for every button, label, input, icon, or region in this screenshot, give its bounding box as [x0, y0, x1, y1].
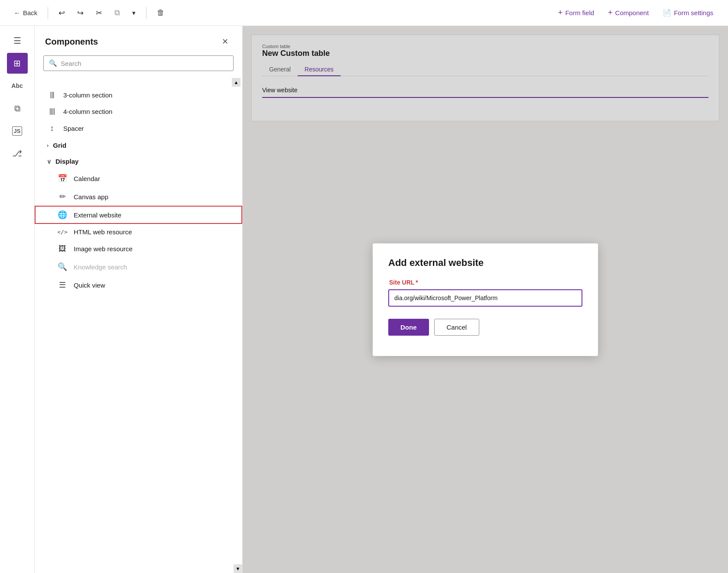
- nav-connect-icon[interactable]: ⎇: [7, 143, 28, 164]
- search-icon: 🔍: [49, 59, 57, 67]
- panel-title: Components: [45, 37, 98, 47]
- list-item-knowledge-search: 🔍 Knowledge search: [35, 258, 242, 276]
- delete-icon: 🗑: [157, 8, 165, 17]
- chevron-down-icon: ▾: [132, 9, 136, 17]
- layers-nav-icon: ⧉: [14, 104, 20, 113]
- undo-icon: ↩: [58, 8, 65, 18]
- js-nav-icon: JS: [12, 126, 23, 136]
- external-website-icon: 🌐: [57, 210, 68, 220]
- grid-section-label: Grid: [53, 142, 66, 149]
- canvas-app-label: Canvas app: [74, 193, 108, 201]
- search-input[interactable]: [61, 60, 228, 67]
- calendar-icon: 📅: [57, 174, 68, 183]
- cut-icon: ✂: [96, 8, 102, 18]
- scroll-up-arrow[interactable]: ▲: [232, 78, 240, 87]
- text-nav-icon: Abc: [11, 82, 23, 89]
- list-item-image-web-resource[interactable]: 🖼 Image web resource: [35, 240, 242, 258]
- add-component-button[interactable]: + Component: [602, 6, 655, 20]
- dialog-overlay: Add external website Site URL* Done Canc…: [243, 26, 728, 573]
- separator-2: [146, 7, 146, 19]
- spacer-icon: ↕: [47, 124, 57, 133]
- close-icon: ✕: [222, 37, 228, 46]
- connect-nav-icon: ⎇: [12, 148, 22, 159]
- quick-view-icon: ☰: [57, 280, 68, 290]
- panel-header: Components ✕: [35, 26, 242, 55]
- spacer-label: Spacer: [63, 125, 84, 132]
- cut-button[interactable]: ✂: [91, 6, 107, 20]
- nav-js-icon[interactable]: JS: [7, 120, 28, 141]
- plus-icon-1: +: [558, 8, 563, 17]
- nav-text-icon[interactable]: Abc: [7, 75, 28, 96]
- display-section-header[interactable]: ∨ Display: [35, 153, 242, 169]
- component-list: ▲ ||| 3-column section |||| 4-column sec…: [35, 78, 242, 573]
- scroll-down-arrow[interactable]: ▼: [234, 564, 242, 573]
- quick-view-label: Quick view: [74, 282, 105, 289]
- list-item-html-web-resource[interactable]: </> HTML web resource: [35, 224, 242, 240]
- knowledge-search-label: Knowledge search: [74, 263, 127, 271]
- list-item-4col[interactable]: |||| 4-column section: [35, 103, 242, 120]
- display-chevron-icon: ∨: [47, 158, 51, 165]
- dialog-title: Add external website: [388, 257, 582, 269]
- 4col-icon: ||||: [47, 107, 57, 115]
- image-web-resource-label: Image web resource: [74, 245, 133, 253]
- back-button[interactable]: ← Back: [9, 6, 42, 19]
- add-form-field-button[interactable]: + Form field: [552, 6, 600, 20]
- search-box[interactable]: 🔍: [43, 55, 234, 71]
- redo-icon: ↪: [77, 8, 84, 18]
- grid-nav-icon: ⊞: [13, 58, 21, 68]
- nav-layers-icon[interactable]: ⧉: [7, 98, 28, 119]
- grid-chevron-icon: ›: [47, 142, 49, 149]
- form-settings-icon: 📄: [663, 9, 671, 17]
- display-section-label: Display: [55, 158, 78, 165]
- canvas-app-icon: ✏: [57, 192, 68, 201]
- form-settings-button[interactable]: 📄 Form settings: [656, 6, 719, 19]
- back-label: Back: [23, 9, 37, 16]
- calendar-label: Calendar: [74, 175, 100, 182]
- knowledge-search-icon: 🔍: [57, 262, 68, 272]
- done-button[interactable]: Done: [388, 319, 429, 336]
- 3col-icon: |||: [47, 91, 57, 99]
- cancel-button[interactable]: Cancel: [434, 319, 480, 336]
- delete-button[interactable]: 🗑: [152, 6, 170, 20]
- site-url-input[interactable]: [388, 289, 582, 307]
- canvas-area: Custom table New Custom table General Re…: [243, 26, 728, 573]
- html-web-resource-icon: </>: [57, 229, 68, 235]
- toolbar: ← Back ↩ ↪ ✂ ⧉ ▾ 🗑 + Form field + Compon…: [0, 0, 728, 26]
- paste-icon: ⧉: [114, 8, 120, 17]
- list-item-calendar[interactable]: 📅 Calendar: [35, 169, 242, 188]
- dropdown-button[interactable]: ▾: [127, 6, 141, 19]
- separator-1: [48, 7, 48, 19]
- dialog: Add external website Site URL* Done Canc…: [373, 243, 598, 356]
- list-item-quick-view[interactable]: ☰ Quick view: [35, 276, 242, 294]
- image-web-resource-icon: 🖼: [57, 244, 68, 253]
- plus-icon-2: +: [608, 8, 613, 17]
- dialog-buttons: Done Cancel: [388, 319, 582, 336]
- form-settings-label: Form settings: [674, 9, 713, 16]
- undo-button[interactable]: ↩: [53, 6, 70, 20]
- list-item-external-website[interactable]: 🌐 External website: [35, 206, 242, 224]
- redo-button[interactable]: ↪: [72, 6, 89, 20]
- hamburger-icon: ☰: [13, 36, 21, 46]
- external-website-label: External website: [74, 211, 121, 219]
- grid-section-header[interactable]: › Grid: [35, 137, 242, 153]
- 4col-label: 4-column section: [63, 108, 112, 115]
- form-field-label: Form field: [565, 9, 594, 16]
- nav-menu-icon[interactable]: ☰: [7, 30, 28, 51]
- list-item-3col[interactable]: ||| 3-column section: [35, 87, 242, 103]
- back-arrow-icon: ←: [14, 9, 20, 16]
- nav-grid-icon[interactable]: ⊞: [7, 53, 28, 74]
- component-label: Component: [615, 9, 649, 16]
- components-panel: Components ✕ 🔍 ▲ ||| 3-column section ||…: [35, 26, 243, 573]
- main-layout: ☰ ⊞ Abc ⧉ JS ⎇ Components ✕ 🔍: [0, 26, 728, 573]
- paste-button[interactable]: ⧉: [109, 6, 125, 20]
- 3col-label: 3-column section: [63, 91, 112, 99]
- list-item-canvas-app[interactable]: ✏ Canvas app: [35, 188, 242, 206]
- far-left-nav: ☰ ⊞ Abc ⧉ JS ⎇: [0, 26, 35, 573]
- list-item-spacer[interactable]: ↕ Spacer: [35, 120, 242, 137]
- panel-close-button[interactable]: ✕: [218, 35, 232, 49]
- html-web-resource-label: HTML web resource: [74, 228, 132, 236]
- dialog-field-label: Site URL*: [388, 279, 582, 286]
